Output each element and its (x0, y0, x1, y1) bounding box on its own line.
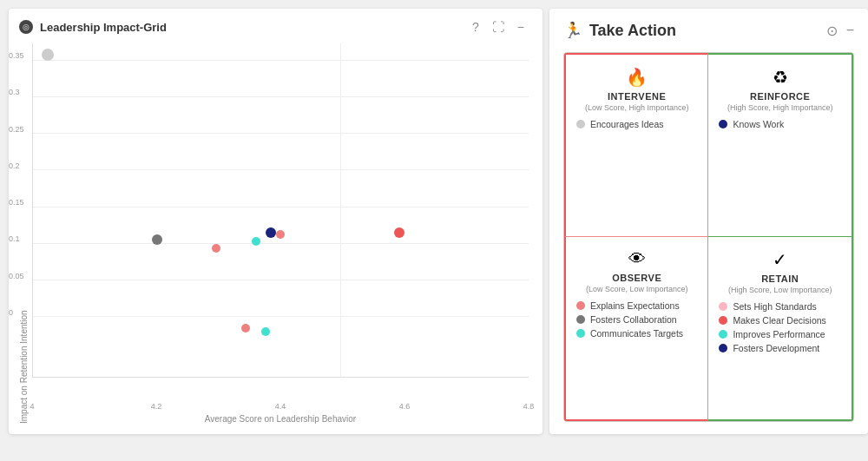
observe-icon: 👁 (628, 249, 646, 269)
reinforce-name: REINFORCE (750, 91, 810, 102)
chart-inner: 0.350.30.250.20.150.10.050 44.24.44.64.8… (32, 43, 529, 424)
list-item: Encourages Ideas (576, 119, 698, 129)
y-tick-label: 0.15 (9, 198, 24, 207)
action-controls: ⊙ − (826, 23, 854, 39)
y-tick-line (33, 60, 529, 61)
chart-area: Impact on Retention Intention 0.350.30.2… (19, 43, 529, 424)
intervene-name: INTERVENE (608, 91, 666, 102)
item-label: Sets High Standards (733, 301, 816, 312)
y-tick-line (33, 96, 529, 97)
x-axis-label: Average Score on Leadership Behavior (32, 414, 529, 424)
list-item: Improves Performance (719, 329, 841, 339)
y-tick-line (33, 316, 529, 317)
item-dot (576, 329, 585, 338)
intervene-items: Encourages Ideas (576, 119, 698, 133)
y-tick-label: 0.1 (9, 234, 20, 243)
y-tick-label: 0.2 (9, 161, 20, 170)
action-help-button[interactable]: ⊙ (826, 23, 838, 39)
chart-dot (241, 324, 250, 333)
chart-plot: 0.350.30.250.20.150.10.050 (32, 43, 529, 378)
list-item: Explains Expectations (576, 300, 698, 311)
y-tick-label: 0.3 (9, 88, 20, 96)
intervene-icon: 🔥 (626, 67, 648, 88)
x-tick-label: 4.4 (275, 402, 286, 411)
chart-logo-icon: ◎ (19, 20, 33, 34)
item-label: Fosters Collaboration (590, 314, 677, 325)
quadrant-grid: 🔥INTERVENE(Low Score, High Importance)En… (563, 52, 854, 422)
chart-dot (252, 237, 260, 246)
item-dot (576, 120, 585, 128)
chart-dot (212, 244, 220, 253)
x-tick-label: 4.2 (151, 402, 162, 411)
x-tick-label: 4 (30, 402, 34, 411)
item-label: Encourages Ideas (590, 119, 664, 129)
chart-dot (42, 49, 54, 61)
item-label: Makes Clear Decisions (733, 315, 825, 326)
reinforce-subtitle: (High Score, High Importance) (727, 103, 833, 112)
item-label: Communicates Targets (590, 328, 683, 339)
chart-title: Leadership Impact-Grid (40, 21, 167, 34)
chart-dot (394, 227, 404, 238)
retain-subtitle: (High Score, Low Importance) (728, 286, 832, 294)
chart-dot (276, 230, 285, 239)
reinforce-items: Knows Work (719, 119, 841, 133)
y-tick-line (33, 169, 529, 170)
chart-dot (261, 327, 270, 336)
item-dot (719, 316, 727, 325)
y-tick-label: 0.25 (9, 125, 24, 134)
y-tick-label: 0 (9, 308, 13, 317)
y-tick-label: 0.35 (9, 51, 24, 60)
list-item: Fosters Collaboration (576, 314, 698, 325)
x-axis: 44.24.44.64.8 (32, 381, 529, 398)
x-tick-label: 4.8 (523, 402, 535, 411)
y-tick-line (33, 207, 529, 207)
list-item: Sets High Standards (719, 301, 841, 312)
item-label: Explains Expectations (590, 300, 680, 311)
action-minimize-button[interactable]: − (846, 23, 854, 38)
item-dot (576, 315, 585, 324)
chart-controls: ? ⛶ − (468, 19, 529, 35)
quadrant-reinforce: ♻REINFORCE(High Score, High Importance)K… (708, 53, 853, 237)
y-tick-label: 0.05 (9, 272, 24, 280)
quadrant-intervene: 🔥INTERVENE(Low Score, High Importance)En… (564, 53, 709, 237)
item-dot (576, 301, 585, 310)
chart-panel: ◎ Leadership Impact-Grid ? ⛶ − Impact on… (9, 9, 542, 434)
quadrant-retain: ✓RETAIN(High Score, Low Importance)Sets … (708, 237, 853, 421)
item-dot (719, 344, 727, 352)
observe-items: Explains ExpectationsFosters Collaborati… (576, 300, 698, 342)
observe-subtitle: (Low Score, Low Importance) (586, 285, 688, 293)
quadrant-observe: 👁OBSERVE(Low Score, Low Importance)Expla… (564, 237, 709, 421)
y-tick-line (33, 280, 529, 280)
item-label: Fosters Development (733, 343, 819, 353)
action-title-icon: 🏃 (563, 21, 582, 40)
list-item: Communicates Targets (576, 328, 698, 339)
chart-minimize-button[interactable]: − (513, 19, 529, 35)
intervene-subtitle: (Low Score, High Importance) (585, 103, 689, 112)
chart-dot (152, 234, 162, 245)
action-title: Take Action (589, 22, 676, 40)
item-dot (719, 302, 727, 311)
chart-expand-button[interactable]: ⛶ (490, 19, 506, 35)
list-item: Fosters Development (719, 343, 841, 353)
action-header: 🏃 Take Action ⊙ − (563, 21, 854, 40)
y-axis-label: Impact on Retention Intention (19, 43, 29, 424)
chart-header: ◎ Leadership Impact-Grid ? ⛶ − (19, 19, 529, 35)
item-label: Improves Performance (733, 329, 825, 339)
item-dot (719, 120, 727, 128)
retain-name: RETAIN (761, 273, 799, 284)
list-item: Knows Work (719, 119, 841, 129)
chart-title-area: ◎ Leadership Impact-Grid (19, 20, 167, 34)
action-panel: 🏃 Take Action ⊙ − 🔥INTERVENE(Low Score, … (549, 9, 868, 434)
chart-divider (340, 43, 341, 377)
item-dot (719, 330, 727, 339)
x-tick-label: 4.6 (399, 402, 411, 411)
observe-name: OBSERVE (612, 273, 661, 283)
y-tick-line (33, 243, 529, 244)
main-container: ◎ Leadership Impact-Grid ? ⛶ − Impact on… (0, 0, 868, 461)
action-title-area: 🏃 Take Action (563, 21, 676, 40)
chart-dot (266, 227, 276, 238)
chart-help-button[interactable]: ? (468, 19, 483, 35)
list-item: Makes Clear Decisions (719, 315, 841, 326)
reinforce-icon: ♻ (773, 67, 788, 88)
item-label: Knows Work (733, 119, 784, 129)
